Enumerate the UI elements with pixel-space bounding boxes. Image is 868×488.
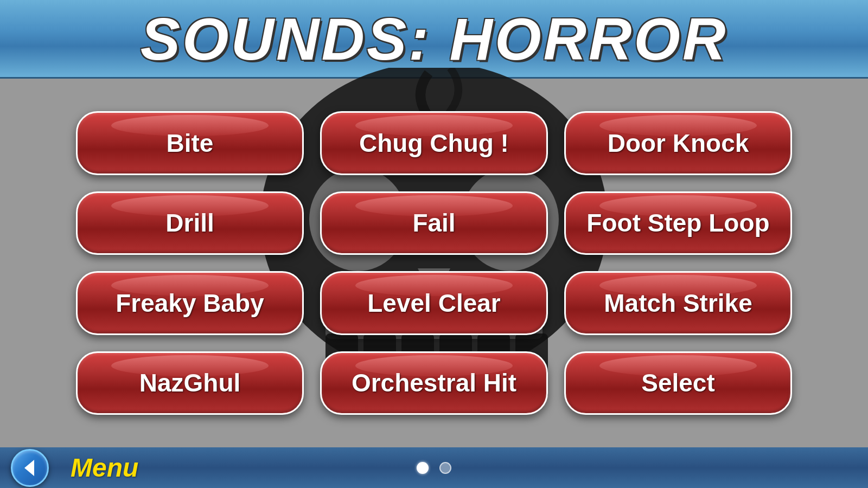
button-grid: Bite Chug Chug ! Door Knock Drill Fail F… xyxy=(54,100,814,426)
freaky-baby-button[interactable]: Freaky Baby xyxy=(76,271,304,335)
fail-button[interactable]: Fail xyxy=(320,191,548,255)
nazghul-button[interactable]: NazGhul xyxy=(76,351,304,415)
drill-button[interactable]: Drill xyxy=(76,191,304,255)
footer: Menu xyxy=(0,447,868,488)
orchestral-hit-button[interactable]: Orchestral Hit xyxy=(320,351,548,415)
level-clear-button[interactable]: Level Clear xyxy=(320,271,548,335)
page-dot-1[interactable] xyxy=(417,462,429,474)
bite-button[interactable]: Bite xyxy=(76,111,304,175)
foot-step-loop-button[interactable]: Foot Step Loop xyxy=(564,191,792,255)
svg-marker-10 xyxy=(24,460,34,476)
page-dot-2[interactable] xyxy=(439,462,451,474)
page-indicator xyxy=(417,462,451,474)
page-title: SOUNDS: HORROR xyxy=(141,4,728,73)
main-content: Bite Chug Chug ! Door Knock Drill Fail F… xyxy=(0,79,868,447)
menu-label[interactable]: Menu xyxy=(71,453,138,483)
door-knock-button[interactable]: Door Knock xyxy=(564,111,792,175)
header: SOUNDS: HORROR xyxy=(0,0,868,79)
back-button[interactable] xyxy=(11,449,49,487)
back-arrow-icon xyxy=(19,457,41,479)
select-button[interactable]: Select xyxy=(564,351,792,415)
match-strike-button[interactable]: Match Strike xyxy=(564,271,792,335)
chug-chug-button[interactable]: Chug Chug ! xyxy=(320,111,548,175)
